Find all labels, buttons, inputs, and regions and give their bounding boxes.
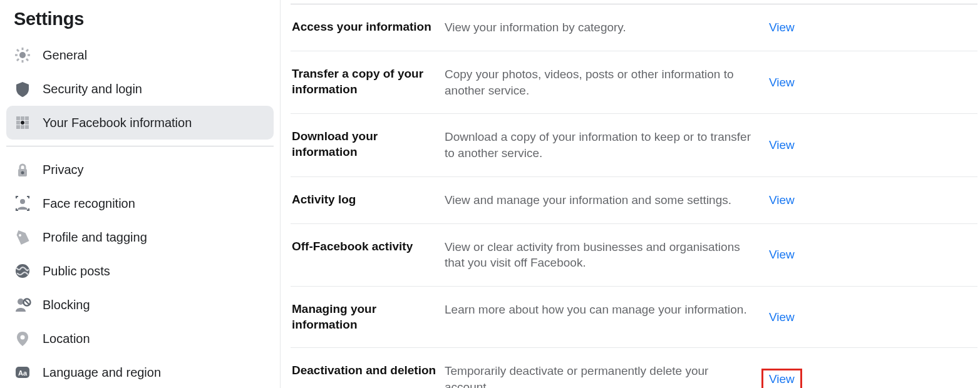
- setting-row-title: Activity log: [292, 192, 445, 208]
- setting-row: Transfer a copy of your informationCopy …: [291, 51, 977, 114]
- setting-row-title: Access your information: [292, 19, 445, 35]
- settings-sidebar: Settings GeneralSecurity and loginYour F…: [0, 0, 281, 388]
- pin-icon: [14, 330, 31, 347]
- sidebar-item-label: Security and login: [43, 82, 142, 96]
- setting-row: Download your informationDownload a copy…: [291, 114, 977, 176]
- sidebar-item-label: Blocking: [43, 298, 90, 312]
- setting-row-title: Managing your information: [292, 302, 445, 332]
- setting-row-title: Deactivation and deletion: [292, 363, 445, 379]
- setting-row-description: Learn more about how you can manage your…: [445, 302, 764, 318]
- tag-icon: [14, 228, 31, 246]
- lock-icon: [14, 161, 31, 178]
- view-link[interactable]: View: [764, 74, 800, 91]
- setting-row-title: Download your information: [292, 129, 445, 160]
- sidebar-item-label: Public posts: [43, 264, 110, 278]
- sidebar-item-label: Language and region: [43, 365, 161, 380]
- grid-icon: [14, 114, 31, 131]
- sidebar-item-general[interactable]: General: [6, 38, 274, 72]
- shield-icon: [14, 80, 31, 98]
- setting-row-description: Copy your photos, videos, posts or other…: [445, 66, 764, 98]
- sidebar-item-profile-and-tagging[interactable]: Profile and tagging: [6, 220, 274, 254]
- sidebar-item-label: Location: [43, 332, 90, 346]
- view-link[interactable]: View: [764, 309, 800, 325]
- setting-row-description: Download a copy of your information to k…: [445, 129, 764, 161]
- sidebar-item-language-and-region[interactable]: Language and region: [6, 355, 274, 388]
- setting-row: Managing your informationLearn more abou…: [291, 287, 977, 348]
- setting-row-description: View or clear activity from businesses a…: [445, 239, 764, 271]
- globe-icon: [14, 262, 31, 280]
- view-link[interactable]: View: [764, 247, 800, 263]
- setting-row: Activity logView and manage your informa…: [291, 177, 977, 224]
- view-link[interactable]: View: [764, 371, 800, 387]
- setting-row: Deactivation and deletionTemporarily dea…: [291, 348, 977, 388]
- face-icon: [14, 195, 31, 212]
- sidebar-item-privacy[interactable]: Privacy: [6, 153, 274, 186]
- sidebar-item-label: General: [43, 48, 87, 63]
- setting-row: Access your informationView your informa…: [291, 4, 977, 51]
- view-link[interactable]: View: [764, 192, 800, 208]
- setting-row-description: View and manage your information and som…: [445, 192, 764, 208]
- main-content: Access your informationView your informa…: [281, 0, 980, 388]
- sidebar-item-public-posts[interactable]: Public posts: [6, 254, 274, 288]
- language-icon: [14, 364, 31, 381]
- setting-row-description: Temporarily deactivate or permanently de…: [445, 363, 764, 388]
- view-link[interactable]: View: [764, 19, 800, 36]
- setting-row-title: Off-Facebook activity: [292, 239, 445, 255]
- sidebar-item-blocking[interactable]: Blocking: [6, 288, 274, 322]
- sidebar-item-label: Face recognition: [43, 197, 135, 211]
- gear-icon: [14, 46, 31, 64]
- sidebar-item-face-recognition[interactable]: Face recognition: [6, 186, 274, 220]
- sidebar-item-security-and-login[interactable]: Security and login: [6, 72, 274, 106]
- sidebar-item-label: Your Facebook information: [43, 116, 192, 130]
- sidebar-item-label: Profile and tagging: [43, 230, 147, 245]
- block-icon: [14, 296, 31, 314]
- sidebar-item-your-facebook-information[interactable]: Your Facebook information: [6, 106, 274, 140]
- sidebar-divider: [6, 146, 274, 146]
- setting-row-description: View your information by category.: [445, 19, 764, 36]
- page-title: Settings: [14, 9, 274, 29]
- setting-row: Off-Facebook activityView or clear activ…: [291, 224, 977, 287]
- view-link[interactable]: View: [764, 137, 800, 153]
- sidebar-item-location[interactable]: Location: [6, 322, 274, 355]
- setting-row-title: Transfer a copy of your information: [292, 66, 445, 97]
- sidebar-item-label: Privacy: [43, 163, 84, 177]
